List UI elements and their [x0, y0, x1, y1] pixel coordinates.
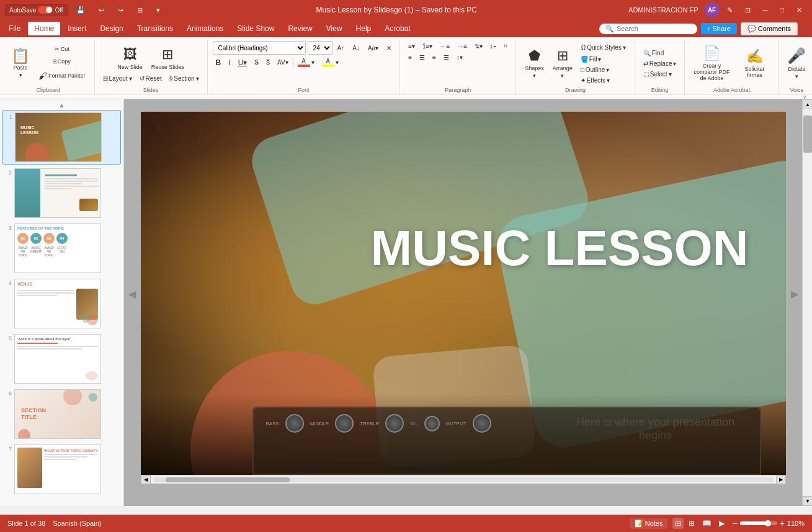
menu-animations[interactable]: Animations [181, 22, 230, 35]
slide-sorter-button[interactable]: ⊞ [686, 518, 697, 529]
slide-thumb-7[interactable]: 7 WHAT IS THIS TOPIC ABOUT? [2, 443, 121, 496]
menu-insert[interactable]: Insert [61, 22, 92, 35]
increase-indent-button[interactable]: →≡ [454, 41, 470, 51]
display-options-button[interactable]: ⊡ [740, 4, 756, 17]
dictate-button[interactable]: 🎤 Dictate ▾ [783, 45, 810, 82]
ribbon-collapse-button[interactable]: ∧ [801, 23, 810, 34]
replace-button[interactable]: ⇄ Replace ▾ [640, 59, 680, 68]
slide-thumb-4[interactable]: 4 VENUS [2, 277, 121, 330]
line-spacing-button[interactable]: ↕▾ [453, 53, 466, 62]
align-center-button[interactable]: ☰ [416, 53, 428, 62]
copy-button[interactable]: ⎘ Copy [35, 56, 89, 67]
presentation-mode-button[interactable]: ⊞ [132, 4, 148, 17]
zoom-in-button[interactable]: + [780, 518, 785, 528]
font-size-selector[interactable]: 24 [308, 41, 332, 55]
menu-file[interactable]: File [2, 22, 27, 35]
decrease-indent-button[interactable]: ←≡ [437, 41, 453, 51]
select-button[interactable]: ⬚ Select ▾ [640, 70, 680, 79]
reuse-slides-button[interactable]: ⊞ Reuse Slides [148, 44, 188, 73]
menu-help[interactable]: Help [350, 22, 378, 35]
scroll-down-button[interactable]: ▼ [803, 496, 812, 506]
numbering-button[interactable]: 1≡▾ [419, 41, 435, 51]
bottom-scrollbar[interactable]: ◀ ▶ [141, 475, 786, 484]
paste-button[interactable]: 📋 Paste ▾ [7, 46, 33, 81]
slide-thumb-2[interactable]: 2 [2, 166, 121, 220]
reading-view-button[interactable]: 📖 [700, 518, 714, 529]
redo-button[interactable]: ↪ [113, 4, 128, 17]
autosave-button[interactable]: AutoSave Off [5, 4, 68, 16]
menu-transitions[interactable]: Transitions [131, 22, 179, 35]
menu-design[interactable]: Design [94, 22, 129, 35]
cut-button[interactable]: ✂ Cut [35, 43, 89, 55]
reset-button[interactable]: ↺ Reset [136, 74, 165, 83]
menu-acrobat[interactable]: Acrobat [378, 22, 416, 35]
section-button[interactable]: § Section ▾ [166, 74, 202, 83]
decrease-font-button[interactable]: A↓ [349, 43, 363, 53]
vertical-scrollbar-thumb[interactable] [803, 115, 812, 153]
next-slide-button[interactable]: ▶ [791, 287, 798, 299]
change-case-button[interactable]: Aa▾ [365, 43, 381, 53]
user-avatar[interactable]: AF [705, 2, 720, 17]
prev-slide-button[interactable]: ◀ [128, 287, 136, 299]
menu-review[interactable]: Review [282, 22, 318, 35]
maximize-button[interactable]: □ [775, 4, 789, 16]
font-color-button[interactable]: A ▾ [295, 56, 318, 68]
minimize-button[interactable]: ─ [758, 4, 773, 16]
bullets-button[interactable]: ≡▾ [405, 41, 418, 51]
quick-access-dropdown[interactable]: ▾ [151, 4, 165, 17]
increase-font-button[interactable]: A↑ [334, 43, 348, 53]
horizontal-scrollbar-track[interactable] [153, 477, 774, 482]
scroll-left-button[interactable]: ◀ [141, 476, 151, 484]
font-name-selector[interactable]: Calibri (Headings) [213, 41, 306, 55]
comments-button[interactable]: 💬 Comments [741, 22, 798, 35]
text-shadow-button[interactable]: S̈ [263, 58, 273, 67]
close-button[interactable]: ✕ [792, 4, 807, 17]
shape-outline-button[interactable]: □ Outline ▾ [578, 65, 630, 74]
highlight-color-button[interactable]: A ▾ [319, 56, 342, 68]
quick-styles-button[interactable]: Ω Quick Styles ▾ [578, 42, 630, 53]
menu-slideshow[interactable]: Slide Show [231, 22, 280, 35]
align-right-button[interactable]: ≡ [429, 53, 439, 62]
slide-thumb-1[interactable]: 1 MUSICLESSON [2, 110, 121, 165]
layout-button[interactable]: ⊟ Layout ▾ [100, 74, 135, 83]
menu-view[interactable]: View [320, 22, 349, 35]
text-direction-button[interactable]: ⇅▾ [471, 41, 486, 51]
bold-button[interactable]: B [213, 57, 225, 68]
panel-scroll-up[interactable]: ▲ [2, 102, 121, 109]
edit-icon[interactable]: ✎ [722, 4, 738, 17]
shapes-button[interactable]: ⬟ Shapes ▾ [521, 45, 548, 81]
clear-format-button[interactable]: ✕ [383, 43, 395, 53]
autosave-toggle[interactable] [38, 6, 53, 14]
vertical-scrollbar-track[interactable] [803, 109, 812, 496]
columns-button[interactable]: ⫾▾ [487, 41, 499, 51]
slide-thumb-5[interactable]: 5 "Here is a quote about this topic" [2, 332, 121, 385]
slide-thumb-3[interactable]: 3 FEATURES OF THE TOPIC 01 02 03 04 AMAZ… [2, 222, 121, 275]
strikethrough-button[interactable]: S [251, 58, 262, 67]
scroll-right-button[interactable]: ▶ [776, 476, 786, 484]
new-slide-button[interactable]: 🖼 New Slide [114, 44, 146, 73]
zoom-slider[interactable] [740, 521, 777, 525]
smart-art-button[interactable]: ⌗ [501, 41, 511, 51]
zoom-out-button[interactable]: − [732, 518, 737, 528]
zoom-slider-thumb[interactable] [765, 520, 771, 526]
search-input[interactable] [617, 25, 691, 32]
find-button[interactable]: 🔍 Find [640, 48, 680, 58]
share-button[interactable]: ↑ Share [701, 23, 737, 34]
save-button[interactable]: 💾 [71, 4, 90, 17]
italic-button[interactable]: I [225, 57, 233, 68]
underline-button[interactable]: U▾ [235, 57, 251, 68]
canvas-area[interactable]: ◀ [124, 99, 802, 506]
menu-home[interactable]: Home [28, 22, 60, 35]
format-painter-button[interactable]: 🖌 Format Painter [35, 68, 89, 83]
arrange-button[interactable]: ⊞ Arrange ▾ [549, 45, 576, 81]
align-left-button[interactable]: ≡ [405, 53, 415, 62]
undo-button[interactable]: ↩ [94, 4, 109, 17]
horizontal-scrollbar-thumb[interactable] [166, 477, 290, 482]
slide-thumb-6[interactable]: 6 SECTIONTITLE [2, 387, 121, 441]
create-pdf-button[interactable]: 📄 Crear y compartir PDF de Adobe [690, 43, 733, 84]
request-sign-button[interactable]: ✍ Solicitar firmas [736, 46, 773, 81]
slideshow-button[interactable]: ▶ [716, 518, 727, 529]
shape-effects-button[interactable]: ✦ Effects ▾ [578, 76, 630, 85]
char-spacing-button[interactable]: AV▾ [274, 58, 292, 67]
shape-fill-button[interactable]: 🪣 Fill ▾ [578, 55, 630, 64]
